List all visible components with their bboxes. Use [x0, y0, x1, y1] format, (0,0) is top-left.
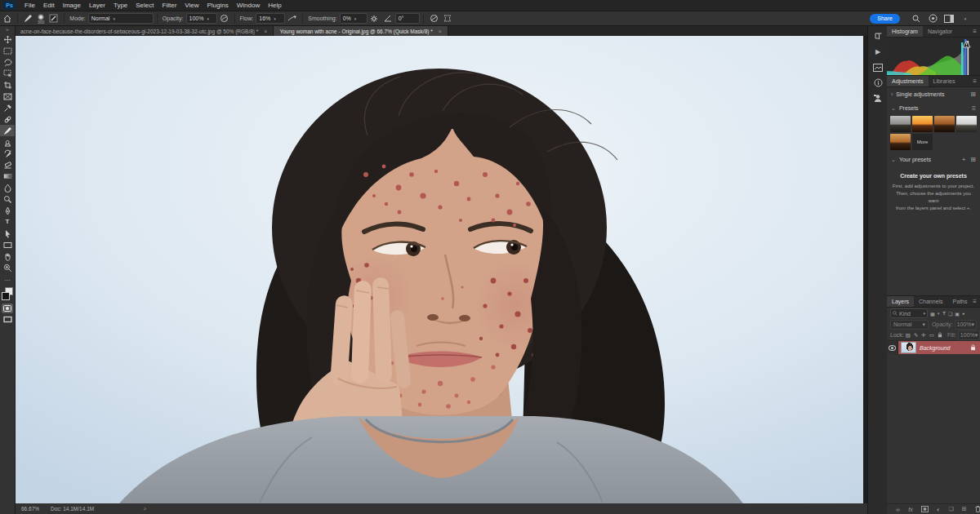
gradient-tool-icon[interactable] [0, 171, 15, 182]
preset-thumbnail[interactable] [890, 116, 911, 132]
tab-paths[interactable]: Paths [948, 296, 973, 307]
color-swatches[interactable] [0, 286, 15, 301]
menu-select[interactable]: Select [131, 2, 158, 9]
add-layer-mask-icon[interactable] [921, 506, 929, 512]
filter-smart-objects-icon[interactable]: ▣ [955, 311, 960, 317]
pressure-opacity-icon[interactable] [219, 14, 229, 24]
airbrush-icon[interactable] [287, 14, 297, 24]
close-icon[interactable]: × [439, 29, 442, 34]
share-button[interactable]: Share [870, 14, 900, 24]
crop-tool-icon[interactable] [0, 79, 15, 91]
presets-row[interactable]: Presets [887, 101, 980, 115]
smoothing-gear-icon[interactable] [369, 14, 380, 24]
layer-visibility-toggle[interactable] [887, 341, 898, 354]
opacity-dropdown[interactable]: 100% [186, 13, 217, 24]
preset-thumbnail[interactable] [890, 134, 911, 150]
brush-angle-field[interactable]: 0° [395, 13, 420, 24]
pen-tool-icon[interactable] [0, 205, 15, 216]
brush-tool-preset-icon[interactable] [23, 14, 33, 24]
blur-tool-icon[interactable] [0, 182, 15, 193]
menu-window[interactable]: Window [233, 2, 264, 9]
screen-mode-button[interactable] [0, 313, 15, 325]
help-circle-icon[interactable] [927, 14, 938, 24]
panel-menu-icon[interactable] [973, 76, 980, 86]
lock-transparency-icon[interactable]: ▨ [906, 332, 911, 339]
quick-mask-mode-button[interactable] [2, 304, 13, 313]
document-tab-inactive[interactable]: acne-on-face-because-the-disorders-of-se… [15, 26, 274, 36]
paint-symmetry-icon[interactable] [443, 14, 453, 24]
export-as-panel-icon[interactable] [871, 92, 884, 104]
shape-tool-icon[interactable] [0, 239, 15, 250]
path-selection-tool-icon[interactable] [0, 228, 15, 239]
document-tab-active[interactable]: Young woman with acne - Original.jpg @ 6… [274, 26, 448, 36]
marquee-tool-icon[interactable] [0, 45, 15, 56]
flow-dropdown[interactable]: 16% [256, 13, 285, 24]
new-layer-icon[interactable]: ⊞ [962, 506, 967, 512]
menu-layer[interactable]: Layer [85, 2, 109, 9]
menu-file[interactable]: File [20, 2, 39, 9]
actions-panel-icon[interactable] [871, 46, 884, 58]
new-adjustment-layer-icon[interactable]: ◐ [937, 507, 940, 512]
edit-toolbar-ellipsis-icon[interactable] [0, 273, 15, 285]
filter-toggle-icon[interactable]: ● [962, 311, 964, 316]
new-group-icon[interactable]: ❏ [948, 506, 953, 512]
lock-artboard-icon[interactable]: ▭ [929, 332, 934, 339]
search-icon[interactable] [911, 14, 922, 24]
layer-opacity-field[interactable]: 100% [955, 320, 977, 330]
healing-brush-tool-icon[interactable] [0, 113, 15, 125]
dodge-tool-icon[interactable] [0, 193, 15, 205]
lock-pixels-icon[interactable]: ✎ [914, 332, 918, 339]
workspace-switcher-icon[interactable] [943, 14, 955, 24]
home-icon[interactable] [2, 14, 12, 24]
foreground-color-swatch[interactable] [2, 292, 10, 300]
layer-thumbnail[interactable] [901, 342, 916, 353]
status-options-chevron[interactable]: > [143, 506, 146, 512]
filter-type-layers-icon[interactable]: T [942, 311, 946, 316]
eraser-tool-icon[interactable] [0, 159, 15, 171]
delete-layer-icon[interactable] [975, 506, 980, 512]
filter-pixel-layers-icon[interactable]: ▦ [930, 311, 935, 317]
frame-tool-icon[interactable] [0, 91, 15, 102]
smoothing-dropdown[interactable]: 0% [340, 13, 368, 24]
properties-panel-icon[interactable] [871, 61, 884, 73]
menu-image[interactable]: Image [59, 2, 85, 9]
blend-mode-dropdown[interactable]: Normal [88, 13, 154, 24]
single-adjustments-row[interactable]: Single adjustments [887, 87, 980, 101]
history-brush-tool-icon[interactable] [0, 148, 15, 159]
brush-tool-icon[interactable] [0, 125, 15, 136]
filter-shape-layers-icon[interactable]: ❏ [948, 311, 952, 317]
brush-settings-panel-icon[interactable] [48, 14, 59, 24]
object-selection-tool-icon[interactable] [0, 68, 15, 79]
layer-selected-area[interactable]: Background [898, 341, 980, 354]
panel-menu-icon[interactable] [973, 26, 980, 37]
lock-position-icon[interactable]: ✛ [921, 332, 925, 339]
lock-all-icon[interactable] [938, 332, 942, 338]
panel-menu-icon[interactable] [973, 296, 980, 307]
menu-help[interactable]: Help [264, 2, 285, 9]
tab-histogram[interactable]: Histogram [887, 26, 923, 37]
clone-stamp-tool-icon[interactable] [0, 136, 15, 148]
canvas[interactable] [15, 36, 863, 503]
toolbar-overflow-icon[interactable]: » [6, 26, 8, 33]
zoom-level-field[interactable]: 66.67% [21, 506, 39, 512]
eyedropper-tool-icon[interactable] [0, 102, 15, 113]
menu-filter[interactable]: Filter [158, 2, 181, 9]
layer-row-background[interactable]: Background [887, 340, 980, 354]
hand-tool-icon[interactable] [0, 250, 15, 262]
filter-adjustment-layers-icon[interactable]: ◐ [938, 311, 941, 316]
grid-view-icon[interactable] [970, 156, 976, 163]
preset-thumbnail[interactable] [956, 116, 977, 132]
zoom-tool-icon[interactable] [0, 262, 15, 273]
more-presets-button[interactable]: More [912, 134, 933, 150]
layer-fill-field[interactable]: 100% [958, 330, 980, 340]
list-view-icon[interactable] [972, 105, 976, 111]
layer-filter-kind-dropdown[interactable]: Kind [890, 308, 928, 318]
move-tool-icon[interactable] [0, 33, 15, 45]
tab-layers[interactable]: Layers [887, 296, 914, 307]
brush-size-preview[interactable]: 300 [38, 14, 44, 24]
link-layers-icon[interactable]: ∞ [896, 507, 900, 512]
grid-view-icon[interactable] [970, 91, 976, 98]
preset-thumbnail[interactable] [912, 116, 933, 132]
menu-edit[interactable]: Edit [39, 2, 59, 9]
close-icon[interactable]: × [264, 29, 267, 34]
